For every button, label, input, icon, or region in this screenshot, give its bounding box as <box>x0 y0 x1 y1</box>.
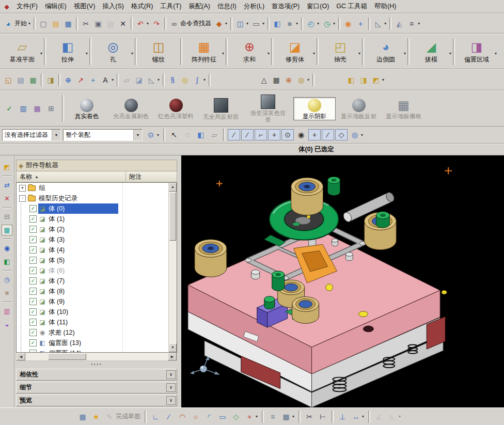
menu-item-7[interactable]: 装配(A) <box>185 1 214 12</box>
constraint-navigator-tab[interactable]: ✕ <box>2 193 12 204</box>
dropdown-arrow-icon[interactable]: ▾ <box>292 414 294 419</box>
dropdown-arrow-icon[interactable]: ▾ <box>256 414 258 419</box>
tree-row[interactable]: ✓◪体 (11) <box>17 317 168 327</box>
snap-options-button[interactable]: ◎▾ <box>349 129 365 140</box>
pattern-feature-button[interactable]: ▦阵列特征▾ <box>184 38 224 65</box>
linked-body-button[interactable]: ◧ <box>345 74 357 86</box>
edge-blend-button[interactable]: ◕边倒圆▾ <box>366 38 406 65</box>
column-header-note[interactable]: 附注 <box>126 171 177 182</box>
tree-checkbox[interactable]: ✓ <box>29 226 37 233</box>
tree-row[interactable]: ✓◧偏置面 (13) <box>17 338 168 348</box>
command-finder-button[interactable]: ∞命令查找器 <box>168 18 213 29</box>
materials-tab[interactable]: ◒ <box>2 319 12 330</box>
tree-expander[interactable]: - <box>19 195 26 202</box>
floor-reflection-button[interactable]: 显示地板反射 <box>337 97 381 120</box>
cut-button[interactable]: ✂ <box>80 18 92 29</box>
scrollbar-thumb[interactable] <box>48 353 86 360</box>
dropdown-arrow-icon[interactable]: ▾ <box>296 21 298 26</box>
delete-button[interactable]: ✕ <box>117 18 129 29</box>
dropdown-arrow-icon[interactable]: ▼ <box>133 130 142 140</box>
dropdown-arrow-icon[interactable]: ▾ <box>362 414 364 419</box>
tree-row[interactable]: ✓◉求差 (12) <box>17 327 168 338</box>
io-tab[interactable]: ⊟ <box>2 211 12 222</box>
tree-row[interactable]: -模型历史记录 <box>17 193 168 203</box>
tree-checkbox[interactable]: ✓ <box>29 205 37 212</box>
dropdown-arrow-icon[interactable]: ▾ <box>317 21 319 26</box>
coil-tool-button[interactable]: ∫▾ <box>191 74 207 86</box>
sketch-star-button[interactable]: ★ <box>90 411 102 422</box>
dropdown-arrow-icon[interactable]: ▾ <box>40 51 42 56</box>
menu-item-6[interactable]: 工具(T) <box>156 1 185 12</box>
snapshot-button[interactable]: ◨ <box>44 74 57 86</box>
sketch-button[interactable]: ◱ <box>2 74 14 86</box>
show-hide-button[interactable]: ▦ <box>31 103 43 114</box>
menu-item-9[interactable]: 分析(L) <box>240 1 268 12</box>
part-navigator-tab[interactable]: ▦ <box>2 225 12 235</box>
metal-brush-style-button[interactable]: 光亮金属刷色 <box>109 97 153 120</box>
more-sketch-button[interactable]: ◺▾ <box>386 411 402 422</box>
tree-row[interactable]: ✓◪体 (0) <box>17 203 168 214</box>
dropdown-arrow-icon[interactable]: ▾ <box>28 21 30 26</box>
tree-checkbox[interactable]: ✓ <box>29 298 37 305</box>
rectangle-tool-button[interactable]: ▭ <box>216 411 229 422</box>
quick-trim-button[interactable]: ✂ <box>303 411 316 422</box>
target-point-button[interactable]: ⊕ <box>282 74 295 86</box>
show-shadows-button[interactable]: 显示阴影 <box>293 97 336 120</box>
text-button[interactable]: A▾ <box>99 74 115 86</box>
selection-filter-dropdown[interactable]: 没有选择过滤器 ▼ <box>2 129 61 141</box>
more-tools-button[interactable]: ≡▾ <box>405 18 421 29</box>
dropdown-arrow-icon[interactable]: ▾ <box>158 77 160 82</box>
pan-button[interactable]: + <box>354 18 367 29</box>
dropdown-arrow-icon[interactable]: ▾ <box>307 77 309 82</box>
display-constraints-button[interactable]: ∠ <box>373 411 385 422</box>
hole-button[interactable]: ◎孔▾ <box>93 38 133 65</box>
snap-mid-toggle[interactable]: ∕ <box>241 129 254 140</box>
redo-button[interactable]: ↷ <box>150 18 163 29</box>
trim-body-button[interactable]: ◪修剪体▾ <box>275 38 315 65</box>
tree-row[interactable]: ✓◪体 (3) <box>17 234 168 245</box>
finish-sketch-button[interactable]: ✎完成草图 <box>103 411 142 422</box>
offset-region-button[interactable]: ◨偏置区域▾ <box>456 38 497 65</box>
dropdown-arrow-icon[interactable]: ▾ <box>267 51 270 56</box>
gradient-background-button[interactable]: 渐变深灰色背景 <box>244 93 292 124</box>
promote-body-button[interactable]: ◩▾ <box>370 74 386 86</box>
tree-row[interactable]: ✓◪体 (7) <box>17 276 168 286</box>
circle-tool-button[interactable]: ○ <box>190 411 202 422</box>
tree-row[interactable]: ✓◪体 (9) <box>17 296 168 307</box>
scroll-left-icon[interactable]: ◀ <box>17 353 25 360</box>
snap-point-toggle[interactable]: + <box>308 129 321 140</box>
tree-checkbox[interactable]: ✓ <box>29 267 37 274</box>
spring-tool-button[interactable]: § <box>166 74 179 86</box>
no-global-reflection-button[interactable]: 无全局反射面 <box>199 97 243 121</box>
tree-checkbox[interactable]: ✓ <box>29 308 37 316</box>
scrollbar-track[interactable] <box>169 241 177 343</box>
window-layout-button[interactable]: ◫▾ <box>234 18 250 29</box>
history-tab[interactable]: ◧ <box>2 256 12 267</box>
snap-face-toggle[interactable]: ◇ <box>335 129 348 140</box>
tree-checkbox[interactable]: ✓ <box>29 236 37 243</box>
open-button[interactable]: ▤ <box>50 18 62 29</box>
datum-axis-button[interactable]: ↗ <box>74 74 87 86</box>
mirror-body-button[interactable]: ◨ <box>357 74 370 86</box>
dropdown-arrow-icon[interactable]: ▾ <box>203 77 206 82</box>
tree-checkbox[interactable]: ✓ <box>29 288 37 295</box>
arc-tool-button[interactable]: ◠ <box>176 411 188 422</box>
palette-tab[interactable]: ▥ <box>2 306 12 317</box>
tree-checkbox[interactable]: ✓ <box>29 277 37 285</box>
thread-button[interactable]: ◫螺纹 <box>138 38 179 65</box>
tree-row[interactable]: ✓◪体 (4) <box>17 245 168 255</box>
section-2[interactable]: 细节∨ <box>16 382 177 393</box>
scroll-up-icon[interactable]: ▲ <box>169 183 177 192</box>
new-file-button[interactable]: ▢ <box>37 18 50 29</box>
snap-control-toggle[interactable]: ⌐ <box>255 129 267 140</box>
scrollbar-thumb[interactable] <box>169 192 176 241</box>
constraints-button[interactable]: ⊥ <box>336 411 349 422</box>
save-button[interactable]: ▦ <box>62 18 74 29</box>
browser-tab[interactable]: ◉ <box>2 243 12 254</box>
dropdown-arrow-icon[interactable]: ▾ <box>333 21 335 26</box>
offset-curve-button[interactable]: ≡ <box>266 411 279 422</box>
scroll-right-icon[interactable]: ▶ <box>168 353 177 360</box>
datum-plane-button[interactable]: ▱基准平面▾ <box>2 38 42 65</box>
selection-scope-dropdown[interactable]: 整个装配 ▼ <box>63 129 143 141</box>
horizontal-scrollbar[interactable]: ◀ ▶ <box>16 353 177 361</box>
